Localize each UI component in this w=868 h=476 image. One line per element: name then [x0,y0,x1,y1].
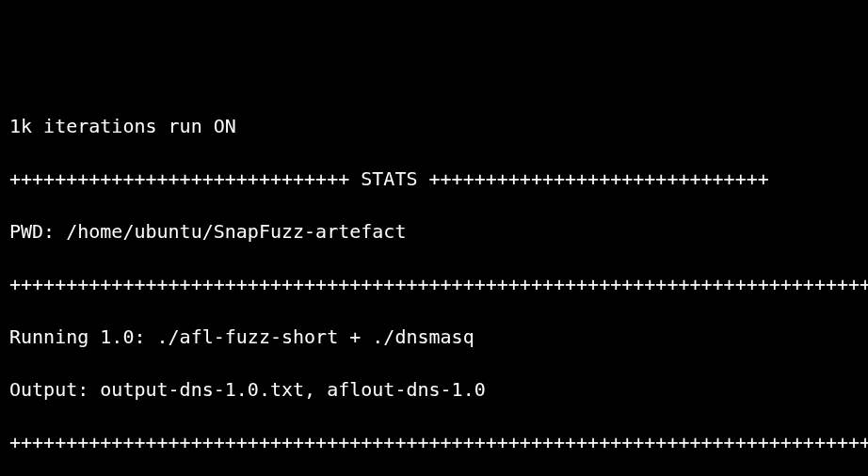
terminal-line-stats-header: ++++++++++++++++++++++++++++++ STATS +++… [9,166,859,192]
terminal-line-separator: ++++++++++++++++++++++++++++++++++++++++… [9,271,859,297]
terminal-line-iterations: 1k iterations run ON [9,113,859,139]
terminal-line-output-1-0: Output: output-dns-1.0.txt, aflout-dns-1… [9,376,859,403]
terminal-line-pwd: PWD: /home/ubuntu/SnapFuzz-artefact [9,218,859,245]
terminal-line-running-1-0: Running 1.0: ./afl-fuzz-short + ./dnsmas… [9,324,859,350]
terminal-line-separator: ++++++++++++++++++++++++++++++++++++++++… [9,429,859,455]
